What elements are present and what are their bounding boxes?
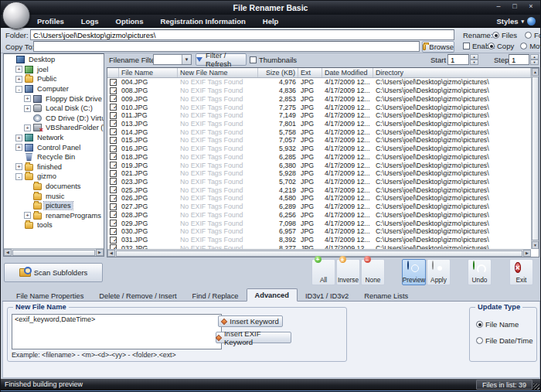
checkbox-icon[interactable]: ✓	[110, 153, 117, 160]
tree-item-desktop[interactable]: +Desktop	[4, 55, 104, 65]
spin-down-icon[interactable]: ▼	[530, 60, 539, 65]
table-row[interactable]: ✓013.JPGNo EXIF Tags Found7,801JPG4/17/2…	[107, 120, 531, 128]
checkbox-icon[interactable]: ✓	[110, 79, 117, 86]
table-row[interactable]: ✓019.JPGNo EXIF Tags Found6,380JPG4/17/2…	[107, 161, 531, 169]
tree-expander-icon[interactable]: +	[24, 212, 31, 219]
table-row[interactable]: ✓018.JPGNo EXIF Tags Found6,285JPG4/17/2…	[107, 152, 531, 161]
row-checkbox[interactable]: ✓	[107, 112, 119, 119]
tree-item-public[interactable]: +Public	[4, 74, 104, 84]
column-header-date-modified[interactable]: Date Modified	[322, 68, 373, 77]
start-stepper[interactable]: ▲▼	[470, 54, 478, 65]
scroll-right-icon[interactable]: ▶	[523, 250, 531, 257]
inverse-button[interactable]: Inverse	[336, 259, 360, 285]
table-row[interactable]: ✓032.JPGNo EXIF Tags Found8,277JPG4/17/2…	[107, 244, 531, 249]
row-checkbox[interactable]: ✓	[107, 220, 119, 227]
tree-item-floppy-disk-drive-a-[interactable]: +Floppy Disk Drive (A:)	[4, 94, 104, 104]
row-checkbox[interactable]: ✓	[107, 195, 119, 202]
tree-item-finished[interactable]: +finished	[4, 162, 104, 172]
scroll-left-icon[interactable]: ◀	[4, 249, 12, 256]
menu-item-registration-information[interactable]: Registration Information	[151, 15, 253, 28]
table-vertical-scrollbar[interactable]: ▲ ▼	[531, 68, 539, 249]
row-checkbox[interactable]: ✓	[107, 95, 119, 102]
tree-item-music[interactable]: +music	[4, 191, 104, 201]
styles-menu[interactable]: Styles	[496, 17, 518, 26]
table-row[interactable]: ✓031.JPGNo EXIF Tags Found8,392JPG4/17/2…	[107, 236, 531, 244]
checkbox-icon[interactable]: ✓	[110, 95, 117, 102]
scroll-down-icon[interactable]: ▼	[532, 241, 539, 249]
tab-id3v1-id3v2[interactable]: ID3v1 / ID3v2	[298, 290, 356, 302]
tree-item-control-panel[interactable]: +Control Panel	[4, 142, 104, 152]
radio-icon[interactable]	[525, 32, 532, 39]
copymove-option-move[interactable]: Move	[520, 42, 541, 50]
scan-subfolders-button[interactable]: Scan Subfolders	[4, 263, 103, 282]
checkbox-icon[interactable]: ✓	[110, 195, 117, 202]
table-row[interactable]: ✓011.JPGNo EXIF Tags Found7,149JPG4/17/2…	[107, 111, 531, 120]
thumbnails-checkbox-box[interactable]	[250, 56, 257, 63]
tree-scroll-thumb[interactable]	[12, 250, 95, 256]
tree-item-gizmo[interactable]: -gizmo	[4, 172, 104, 182]
column-header-size-kb-[interactable]: Size (KB)	[258, 68, 298, 77]
table-row[interactable]: ✓023.JPGNo EXIF Tags Found5,702JPG4/17/2…	[107, 178, 531, 186]
checkbox-icon[interactable]: ✓	[110, 137, 117, 144]
table-row[interactable]: ✓010.JPGNo EXIF Tags Found7,275JPG4/17/2…	[107, 103, 531, 111]
rename-option-files[interactable]: Files	[492, 31, 517, 39]
tree-item-renameprograms[interactable]: +renamePrograms	[4, 211, 104, 221]
rename-option-folders[interactable]: Folders	[525, 31, 541, 39]
update-type-option-file-date-time[interactable]: File Date/Time	[476, 336, 532, 345]
row-checkbox[interactable]: ✓	[107, 79, 119, 86]
checkbox-icon[interactable]: ✓	[110, 104, 117, 111]
tree-item-joel[interactable]: +joel	[4, 65, 104, 75]
tree-item-network[interactable]: +Network	[4, 133, 104, 143]
tree-expander-icon[interactable]: +	[15, 76, 22, 83]
radio-icon[interactable]	[492, 32, 499, 39]
table-row[interactable]: ✓025.JPGNo EXIF Tags Found4,219JPG4/17/2…	[107, 186, 531, 194]
row-checkbox[interactable]: ✓	[107, 186, 119, 193]
menu-item-logs[interactable]: Logs	[73, 15, 107, 28]
checkbox-icon[interactable]: ✓	[110, 237, 117, 244]
tree-item-tools[interactable]: +tools	[4, 220, 104, 230]
tree-expander-icon[interactable]: +	[15, 144, 22, 151]
row-checkbox[interactable]: ✓	[107, 178, 119, 185]
copyto-input[interactable]	[33, 41, 420, 52]
start-input[interactable]	[447, 54, 469, 65]
row-checkbox[interactable]: ✓	[107, 237, 119, 244]
menu-item-profiles[interactable]: Profiles	[29, 15, 73, 28]
column-header-check[interactable]	[107, 68, 119, 77]
checkbox-icon[interactable]: ✓	[110, 120, 117, 127]
tab-rename-lists[interactable]: Rename Lists	[356, 290, 416, 302]
tree-expander-icon[interactable]: +	[15, 135, 22, 141]
column-header-directory[interactable]: Directory	[373, 68, 531, 77]
row-checkbox[interactable]: ✓	[107, 170, 119, 177]
checkbox-icon[interactable]: ✓	[110, 128, 117, 135]
table-row[interactable]: ✓026.JPGNo EXIF Tags Found4,580JPG4/17/2…	[107, 194, 531, 203]
checkbox-icon[interactable]: ✓	[110, 145, 117, 152]
tree-item-documents[interactable]: +documents	[4, 182, 104, 192]
radio-icon[interactable]	[520, 43, 527, 49]
none-button[interactable]: None	[361, 259, 385, 285]
radio-icon[interactable]	[476, 321, 483, 328]
tree-expander-icon[interactable]: +	[24, 105, 31, 112]
table-row[interactable]: ✓028.JPGNo EXIF Tags Found6,256JPG4/17/2…	[107, 211, 531, 220]
checkbox-icon[interactable]: ✓	[110, 178, 117, 185]
tree-expander-icon[interactable]: +	[15, 163, 22, 170]
tree-item-cd-drive-d-virtualbox-guest[interactable]: +CD Drive (D:) VirtualBox Guest	[4, 114, 104, 124]
new-file-name-input[interactable]: <exif_keyword,DateTime>	[12, 314, 222, 349]
row-checkbox[interactable]: ✓	[107, 203, 119, 210]
tree-expander-icon[interactable]: -	[15, 173, 22, 180]
enable-checkbox-box[interactable]	[463, 43, 470, 49]
table-row[interactable]: ✓009.JPGNo EXIF Tags Found2,853JPG4/17/2…	[107, 94, 531, 103]
tree-item-pictures[interactable]: +pictures	[4, 201, 104, 211]
update-type-option-file-name[interactable]: File Name	[476, 320, 532, 329]
step-input[interactable]	[509, 54, 529, 65]
row-checkbox[interactable]: ✓	[107, 145, 119, 152]
table-row[interactable]: ✓021.JPGNo EXIF Tags Found5,928JPG4/17/2…	[107, 169, 531, 178]
table-row[interactable]: ✓004.JPGNo EXIF Tags Found4,976JPG4/17/2…	[107, 78, 531, 87]
row-checkbox[interactable]: ✓	[107, 153, 119, 160]
tree-item-recycle-bin[interactable]: +Recycle Bin	[4, 152, 104, 162]
table-row[interactable]: ✓027.JPGNo EXIF Tags Found6,289JPG4/17/2…	[107, 203, 531, 211]
table-row[interactable]: ✓029.JPGNo EXIF Tags Found7,098JPG4/17/2…	[107, 219, 531, 227]
insert-keyword-button[interactable]: Insert Keyword	[218, 315, 283, 327]
menu-item-help[interactable]: Help	[254, 15, 288, 28]
spin-up-icon[interactable]: ▲	[470, 54, 478, 60]
copymove-option-copy[interactable]: Copy	[488, 42, 514, 50]
